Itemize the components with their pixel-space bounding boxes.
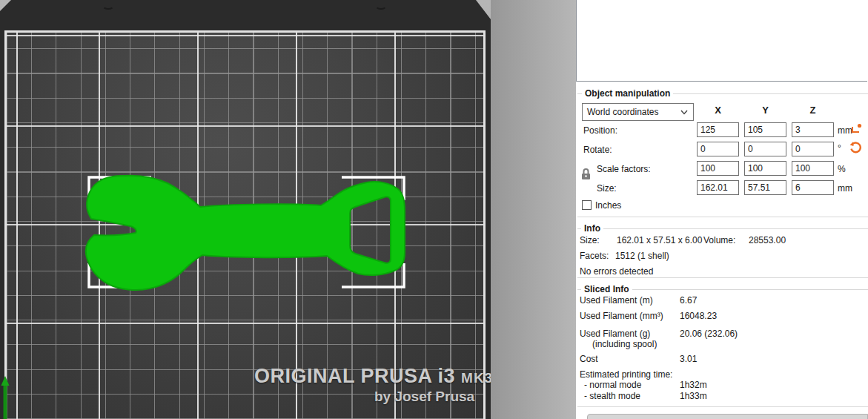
sidebar-panel: Object manipulation World coordinates X … — [576, 0, 868, 419]
coordinate-system-value: World coordinates — [587, 107, 659, 117]
sliced-row-label: - normal mode — [584, 380, 641, 390]
info-facets-label: Facets: — [580, 251, 609, 261]
sliced-row-value: 1h32m — [680, 380, 707, 390]
sliced-row-value: 3.01 — [680, 354, 697, 364]
rotate-z-input[interactable] — [792, 142, 834, 156]
prusaslicer-window: ORIGINAL PRUSA i3 MK3 by Josef Prusa — [0, 0, 868, 419]
group-border — [577, 406, 868, 407]
rotate-y-input[interactable] — [744, 142, 786, 156]
sliced-row-label: Used Filament (mm³) — [580, 311, 663, 321]
sliced-row-label: (including spool) — [592, 339, 657, 349]
axis-header-z: Z — [792, 105, 834, 116]
inches-label: Inches — [595, 200, 621, 211]
group-border — [577, 217, 868, 217]
chevron-down-icon — [680, 107, 688, 117]
info-volume-label: Volume: — [703, 235, 735, 245]
sliced-row-value: 20.06 (232.06) — [680, 329, 738, 339]
sliced-row-value: 6.67 — [680, 295, 697, 306]
object-list[interactable] — [576, 0, 867, 82]
object-manipulation-title: Object manipulation — [582, 88, 673, 99]
size-y-input[interactable] — [744, 180, 786, 195]
info-status: No errors detected — [580, 266, 653, 277]
info-size-value: 162.01 x 57.51 x 6.00 — [617, 235, 702, 245]
rotate-label: Rotate: — [583, 145, 612, 155]
sliced-row-label: Used Filament (m) — [580, 295, 653, 306]
sliced-row-value: 16048.23 — [680, 311, 717, 321]
scale-z-input[interactable] — [792, 161, 834, 176]
drop-to-bed-icon[interactable] — [851, 123, 862, 136]
sliced-row-label: Used Filament (g) — [580, 329, 650, 339]
group-border — [577, 277, 868, 278]
reset-rotation-icon[interactable] — [849, 142, 862, 156]
position-label: Position: — [583, 125, 617, 136]
position-y-input[interactable] — [744, 122, 786, 137]
size-z-input[interactable] — [792, 180, 834, 195]
rotate-unit: ° — [838, 143, 841, 154]
info-volume-value: 28553.00 — [749, 235, 786, 245]
sliced-info-title: Sliced Info — [581, 284, 632, 294]
inches-checkbox[interactable] — [582, 200, 592, 210]
wrench-model[interactable] — [86, 176, 405, 290]
size-unit: mm — [838, 183, 852, 194]
info-facets-value: 1512 (1 shell) — [615, 251, 669, 261]
rotate-x-input[interactable] — [697, 142, 739, 156]
sliced-row-label: - stealth mode — [584, 391, 640, 401]
axis-header-x: X — [697, 105, 739, 116]
coordinate-system-select[interactable]: World coordinates — [582, 103, 694, 121]
scale-x-input[interactable] — [697, 161, 739, 176]
uniform-scale-lock-icon[interactable] — [580, 168, 592, 183]
position-x-input[interactable] — [697, 122, 739, 137]
size-x-input[interactable] — [697, 180, 739, 195]
sliced-row-label: Estimated printing time: — [580, 369, 672, 380]
sliced-row-label: Cost — [580, 354, 598, 364]
position-z-input[interactable] — [792, 122, 834, 137]
scale-y-input[interactable] — [744, 161, 786, 176]
info-size-label: Size: — [580, 235, 600, 245]
3d-scene-background: ORIGINAL PRUSA i3 MK3 by Josef Prusa — [0, 0, 491, 419]
axis-header-y: Y — [744, 105, 786, 116]
scale-label: Scale factors: — [597, 164, 651, 174]
bottom-toolbar-edge — [587, 414, 868, 419]
sliced-row-value: 1h33m — [680, 391, 707, 401]
3d-viewport[interactable]: ORIGINAL PRUSA i3 MK3 by Josef Prusa — [0, 0, 491, 419]
splitter-sash[interactable] — [491, 0, 576, 419]
size-label: Size: — [597, 183, 617, 194]
group-border — [577, 228, 868, 229]
y-axis-arrow — [1, 376, 10, 419]
scale-unit: % — [838, 164, 846, 174]
info-title: Info — [581, 223, 603, 234]
position-unit: mm — [838, 125, 852, 136]
